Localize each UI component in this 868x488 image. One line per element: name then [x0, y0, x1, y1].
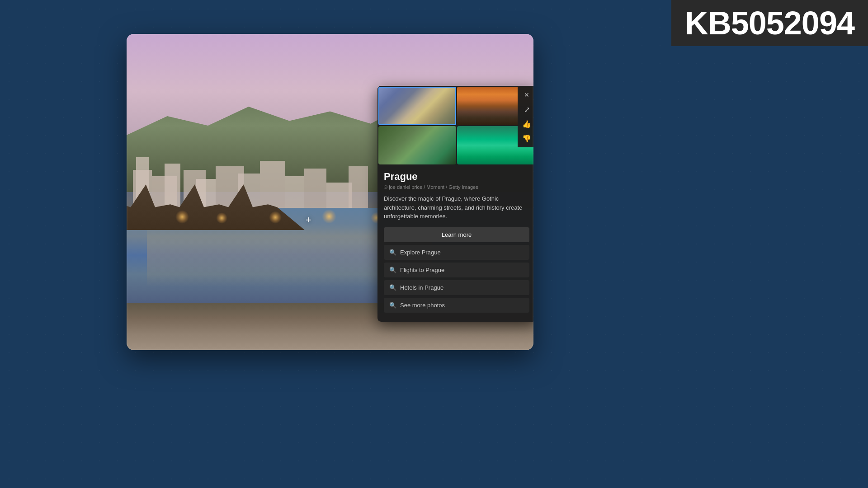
search-icon-photos: 🔍: [389, 302, 396, 309]
explore-prague-label: Explore Prague: [400, 249, 441, 256]
photo-thumb-1[interactable]: [378, 87, 456, 125]
panel-content: Prague © joe daniel price / Moment / Get…: [377, 165, 533, 322]
copyright-text: © joe daniel price / Moment / Getty Imag…: [384, 184, 529, 190]
resize-button[interactable]: ⤢: [519, 102, 533, 117]
plus-icon: +: [306, 214, 311, 226]
thumbs-up-button[interactable]: 👍: [519, 117, 533, 131]
hotels-in-prague-button[interactable]: 🔍 Hotels in Prague: [384, 280, 529, 295]
explore-prague-button[interactable]: 🔍 Explore Prague: [384, 245, 529, 260]
search-icon-hotels: 🔍: [389, 284, 396, 291]
street-light-3: [269, 211, 282, 224]
panel-controls: ✕ ⤢ 👍 👎: [518, 86, 533, 147]
flights-to-prague-button[interactable]: 🔍 Flights to Prague: [384, 263, 529, 277]
close-button[interactable]: ✕: [519, 88, 533, 102]
kb-badge: KB5052094: [671, 0, 868, 46]
photo-thumb-3[interactable]: [378, 126, 456, 164]
main-window: + ✕ ⤢ 👍 👎 Prague © joe daniel price / Mo…: [127, 34, 533, 350]
description-text: Discover the magic of Prague, where Goth…: [384, 194, 529, 221]
flights-to-prague-label: Flights to Prague: [400, 267, 444, 273]
street-light-4: [322, 209, 336, 224]
thumbs-down-button[interactable]: 👎: [519, 131, 533, 145]
street-light-2: [216, 212, 227, 224]
search-icon-explore: 🔍: [389, 249, 396, 256]
see-more-photos-label: See more photos: [400, 302, 445, 309]
see-more-photos-button[interactable]: 🔍 See more photos: [384, 298, 529, 313]
learn-more-button[interactable]: Learn more: [384, 227, 529, 242]
location-title: Prague: [384, 171, 529, 183]
photo-grid: [377, 86, 533, 165]
search-icon-flights: 🔍: [389, 267, 396, 273]
hotels-in-prague-label: Hotels in Prague: [400, 284, 443, 291]
street-light-1: [175, 210, 189, 224]
info-panel: ✕ ⤢ 👍 👎 Prague © joe daniel price / Mome…: [377, 86, 533, 322]
